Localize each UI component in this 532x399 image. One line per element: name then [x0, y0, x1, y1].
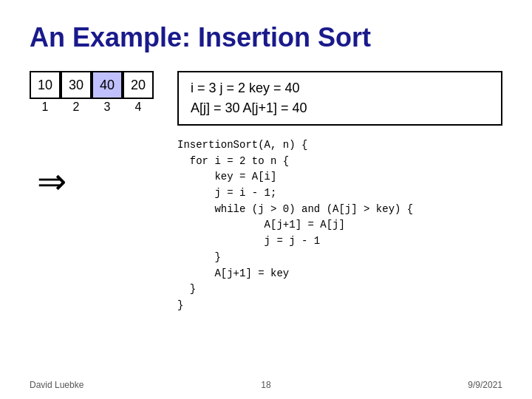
array-index: 1: [30, 99, 61, 114]
footer-center: 18: [261, 380, 270, 390]
info-line1: i = 3 j = 2 key = 40: [191, 78, 489, 98]
array-index: 3: [92, 99, 123, 114]
array-cell: 40: [92, 71, 123, 99]
array-cell: 20: [123, 71, 154, 99]
arrow-area: ⇒: [37, 164, 66, 200]
footer-left: David Luebke: [30, 380, 83, 390]
info-line2: A[j] = 30 A[j+1] = 40: [191, 98, 489, 118]
left-section: 10304020 1234 ⇒: [30, 71, 163, 200]
slide-title: An Example: Insertion Sort: [30, 22, 502, 53]
arrow-icon: ⇒: [37, 164, 66, 200]
code-block: InsertionSort(A, n) { for i = 2 to n { k…: [177, 137, 502, 314]
array-cell: 10: [30, 71, 61, 99]
footer-page: 18: [261, 380, 270, 390]
footer-right: 9/9/2021: [468, 380, 502, 390]
array-indices: 1234: [30, 99, 154, 114]
right-section: i = 3 j = 2 key = 40 A[j] = 30 A[j+1] = …: [177, 71, 502, 314]
array-index: 2: [61, 99, 92, 114]
info-box: i = 3 j = 2 key = 40 A[j] = 30 A[j+1] = …: [177, 71, 502, 126]
array-cells: 10304020: [30, 71, 154, 99]
slide: An Example: Insertion Sort 10304020 1234…: [0, 0, 532, 399]
content-area: 10304020 1234 ⇒ i = 3 j = 2 key = 40 A[j…: [30, 71, 502, 314]
array-container: 10304020 1234: [30, 71, 154, 114]
array-cell: 30: [61, 71, 92, 99]
array-index: 4: [123, 99, 154, 114]
